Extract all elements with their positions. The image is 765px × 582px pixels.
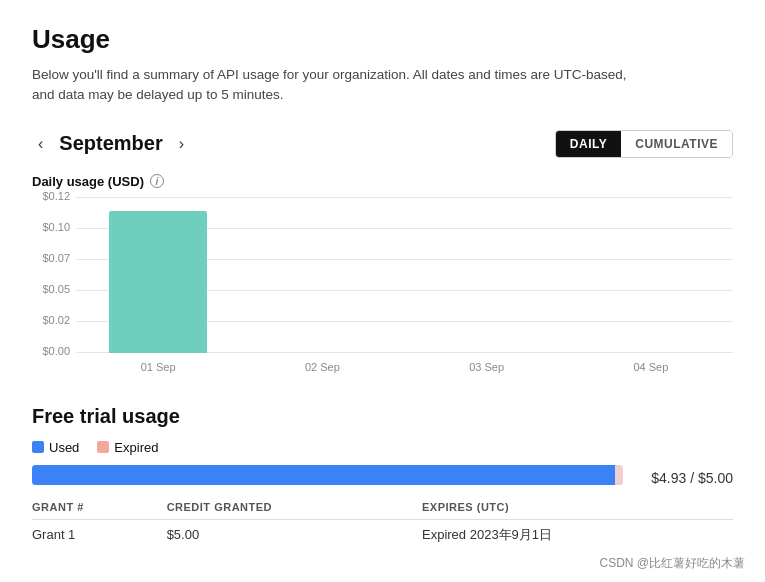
bar-label-1: 02 Sep: [305, 361, 340, 373]
expired-label: Expired: [114, 440, 158, 455]
credit-granted: $5.00: [167, 519, 422, 548]
bar-label-0: 01 Sep: [141, 361, 176, 373]
page-subtitle: Below you'll find a summary of API usage…: [32, 65, 632, 106]
used-label: Used: [49, 440, 79, 455]
bar-group-3: 04 Sep: [569, 197, 733, 353]
prev-month-arrow[interactable]: ‹: [32, 133, 49, 155]
legend-used: Used: [32, 440, 79, 455]
page-title: Usage: [32, 24, 733, 55]
grid-label-3: $0.05: [32, 283, 70, 295]
legend-expired: Expired: [97, 440, 158, 455]
grants-table-header-row: GRANT # CREDIT GRANTED EXPIRES (UTC): [32, 497, 733, 520]
bar-group-2: 03 Sep: [405, 197, 569, 353]
used-dot: [32, 441, 44, 453]
expired-dot: [97, 441, 109, 453]
free-trial-legend: Used Expired: [32, 440, 733, 455]
view-toggle: DAILY CUMULATIVE: [555, 130, 733, 158]
usage-bar-row: $4.93 / $5.00: [32, 465, 733, 491]
expires-utc: Expired 2023年9月1日: [422, 519, 733, 548]
chart-info-icon: i: [150, 174, 164, 188]
bar-group-1: 02 Sep: [240, 197, 404, 353]
bar-label-2: 03 Sep: [469, 361, 504, 373]
daily-usage-chart: $0.12 $0.10 $0.07 $0.05 $0.02 $0.00 01 S…: [32, 197, 733, 377]
usage-amount: $4.93 / $5.00: [633, 470, 733, 486]
grid-label-0: $0.12: [32, 190, 70, 202]
grid-label-1: $0.10: [32, 221, 70, 233]
next-month-arrow[interactable]: ›: [173, 133, 190, 155]
watermark: CSDN @比红薯好吃的木薯: [599, 555, 745, 572]
grid-label-5: $0.00: [32, 345, 70, 357]
grid-label-4: $0.02: [32, 314, 70, 326]
free-trial-title: Free trial usage: [32, 405, 733, 428]
chart-bars: 01 Sep 02 Sep 03 Sep 04 Sep: [76, 197, 733, 353]
bar-group-0: 01 Sep: [76, 197, 240, 353]
month-nav-bar: ‹ September › DAILY CUMULATIVE: [32, 130, 733, 158]
bar-label-3: 04 Sep: [633, 361, 668, 373]
cumulative-toggle-button[interactable]: CUMULATIVE: [621, 131, 732, 157]
usage-bar-fill: [32, 465, 615, 485]
month-label: September: [59, 132, 162, 155]
bar-0: [109, 211, 208, 353]
grants-table: GRANT # CREDIT GRANTED EXPIRES (UTC) Gra…: [32, 497, 733, 548]
grant-number: Grant 1: [32, 519, 167, 548]
chart-title-row: Daily usage (USD) i: [32, 174, 733, 189]
col-expires: EXPIRES (UTC): [422, 497, 733, 520]
grid-label-2: $0.07: [32, 252, 70, 264]
col-grant-num: GRANT #: [32, 497, 167, 520]
col-credit-granted: CREDIT GRANTED: [167, 497, 422, 520]
daily-toggle-button[interactable]: DAILY: [556, 131, 621, 157]
table-row: Grant 1 $5.00 Expired 2023年9月1日: [32, 519, 733, 548]
usage-bar: [32, 465, 623, 485]
chart-title-text: Daily usage (USD): [32, 174, 144, 189]
